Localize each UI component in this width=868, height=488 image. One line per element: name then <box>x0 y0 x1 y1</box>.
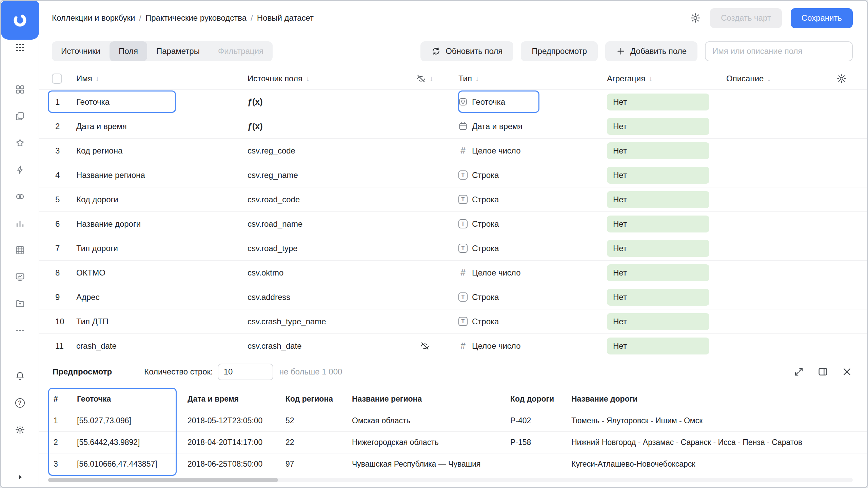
field-aggregation[interactable]: Нет <box>607 118 721 135</box>
field-type[interactable]: TСтрока <box>441 170 607 180</box>
preview-button[interactable]: Предпросмотр <box>521 41 598 61</box>
split-view-icon[interactable] <box>817 366 829 378</box>
aggregation-badge[interactable]: Нет <box>607 142 709 159</box>
column-header-aggregation[interactable]: Агрегация↓ <box>607 74 721 83</box>
editor-icon[interactable] <box>15 272 25 282</box>
field-name[interactable]: Название дороги <box>76 219 248 229</box>
field-type[interactable]: TСтрока <box>441 195 607 204</box>
more-icon[interactable] <box>15 325 25 336</box>
expand-preview-icon[interactable] <box>793 366 805 378</box>
aggregation-badge[interactable]: Нет <box>607 289 709 306</box>
datalens-logo[interactable] <box>1 1 39 40</box>
aggregation-badge[interactable]: Нет <box>607 313 709 330</box>
column-header-name[interactable]: Имя↓ <box>76 74 248 83</box>
breadcrumb-workbook[interactable]: Практические руководства <box>145 13 246 23</box>
field-row[interactable]: 3Код регионаcsv.reg_code#Целое числоНет <box>39 139 867 163</box>
field-aggregation[interactable]: Нет <box>607 191 721 208</box>
aggregation-badge[interactable]: Нет <box>607 94 709 110</box>
field-row[interactable]: 2Дата и времяƒ(x)Дата и времяНет <box>39 114 867 139</box>
datasets-icon[interactable] <box>15 245 25 255</box>
field-name[interactable]: Код региона <box>76 146 248 156</box>
rows-count-input[interactable] <box>218 364 273 380</box>
field-name[interactable]: Название региона <box>76 170 248 180</box>
save-button[interactable]: Сохранить <box>791 8 853 28</box>
field-type[interactable]: TСтрока <box>441 317 607 326</box>
field-name[interactable]: Тип дороги <box>76 244 248 253</box>
breadcrumb: Коллекции и воркбуки / Практические руко… <box>52 13 314 23</box>
add-field-button[interactable]: Добавить поле <box>605 41 697 61</box>
tab-fields[interactable]: Поля <box>110 41 147 61</box>
field-hidden-toggle[interactable] <box>409 341 441 351</box>
field-row[interactable]: 4Название регионаcsv.reg_nameTСтрокаНет <box>39 163 867 187</box>
field-type[interactable]: TСтрока <box>441 292 607 302</box>
apps-grid-icon[interactable] <box>15 42 25 53</box>
field-type[interactable]: TСтрока <box>441 244 607 253</box>
field-aggregation[interactable]: Нет <box>607 338 721 354</box>
aggregation-badge[interactable]: Нет <box>607 191 709 208</box>
collections-icon[interactable] <box>15 111 25 121</box>
field-aggregation[interactable]: Нет <box>607 264 721 281</box>
field-type[interactable]: Геоточка <box>441 97 607 107</box>
horizontal-scrollbar[interactable] <box>48 478 853 482</box>
charts-icon[interactable] <box>15 218 25 228</box>
field-aggregation[interactable]: Нет <box>607 142 721 159</box>
field-type[interactable]: TСтрока <box>441 219 607 229</box>
field-type[interactable]: #Целое число <box>441 146 607 156</box>
column-header-source[interactable]: Источник поля↓ <box>248 74 409 83</box>
field-aggregation[interactable]: Нет <box>607 167 721 184</box>
column-header-hidden[interactable]: ↓ <box>409 74 441 84</box>
close-preview-icon[interactable] <box>841 366 853 378</box>
field-type[interactable]: Дата и время <box>441 122 607 131</box>
column-header-description[interactable]: Описание↓ <box>721 74 830 83</box>
field-aggregation[interactable]: Нет <box>607 94 721 110</box>
table-settings-icon[interactable] <box>830 74 853 84</box>
field-source: ƒ(x) <box>248 121 409 131</box>
field-search-input[interactable] <box>705 41 853 61</box>
field-row[interactable]: 7Тип дорогиcsv.road_typeTСтрокаНет <box>39 236 867 261</box>
collapse-icon[interactable] <box>15 472 25 482</box>
connections-icon[interactable] <box>15 165 25 175</box>
field-row[interactable]: 9Адресcsv.addressTСтрокаНет <box>39 285 867 309</box>
field-row[interactable]: 11crash_datecsv.crash_date#Целое числоНе… <box>39 334 867 358</box>
create-chart-button[interactable]: Создать чарт <box>710 8 782 28</box>
dataset-settings-icon[interactable] <box>690 12 701 24</box>
field-name[interactable]: Геоточка <box>76 97 248 107</box>
notifications-icon[interactable] <box>15 371 25 381</box>
scrollbar-thumb[interactable] <box>48 478 278 482</box>
settings-icon[interactable] <box>15 425 25 435</box>
column-header-type[interactable]: Тип↓ <box>441 74 607 83</box>
field-row[interactable]: 1Геоточкаƒ(x)ГеоточкаНет <box>39 90 867 114</box>
field-row[interactable]: 8ОКТМОcsv.oktmo#Целое числоНет <box>39 261 867 285</box>
refresh-fields-button[interactable]: Обновить поля <box>420 41 513 61</box>
tab-sources[interactable]: Источники <box>52 41 110 61</box>
field-aggregation[interactable]: Нет <box>607 216 721 232</box>
breadcrumb-collections[interactable]: Коллекции и воркбуки <box>52 13 135 23</box>
favorites-icon[interactable] <box>15 138 25 148</box>
help-icon[interactable]: ? <box>15 398 25 408</box>
field-aggregation[interactable]: Нет <box>607 240 721 257</box>
aggregation-badge[interactable]: Нет <box>607 338 709 354</box>
field-name[interactable]: ОКТМО <box>76 268 248 278</box>
dashboards-icon[interactable] <box>15 84 25 95</box>
services-icon[interactable] <box>15 191 25 202</box>
field-row[interactable]: 5Код дорогиcsv.road_codeTСтрокаНет <box>39 187 867 212</box>
field-name[interactable]: Дата и время <box>76 122 248 131</box>
field-name[interactable]: Тип ДТП <box>76 317 248 326</box>
field-type[interactable]: #Целое число <box>441 341 607 351</box>
field-aggregation[interactable]: Нет <box>607 289 721 306</box>
field-row[interactable]: 6Название дорогиcsv.road_nameTСтрокаНет <box>39 212 867 236</box>
storage-icon[interactable] <box>15 299 25 309</box>
field-row[interactable]: 10Тип ДТПcsv.crash_type_nameTСтрокаНет <box>39 309 867 334</box>
aggregation-badge[interactable]: Нет <box>607 216 709 232</box>
field-name[interactable]: Код дороги <box>76 195 248 204</box>
field-aggregation[interactable]: Нет <box>607 313 721 330</box>
aggregation-badge[interactable]: Нет <box>607 264 709 281</box>
tab-parameters[interactable]: Параметры <box>147 41 209 61</box>
aggregation-badge[interactable]: Нет <box>607 240 709 257</box>
aggregation-badge[interactable]: Нет <box>607 118 709 135</box>
field-type[interactable]: #Целое число <box>441 268 607 278</box>
field-name[interactable]: Адрес <box>76 292 248 302</box>
field-name[interactable]: crash_date <box>76 341 248 351</box>
aggregation-badge[interactable]: Нет <box>607 167 709 184</box>
select-all-checkbox[interactable] <box>52 74 62 84</box>
